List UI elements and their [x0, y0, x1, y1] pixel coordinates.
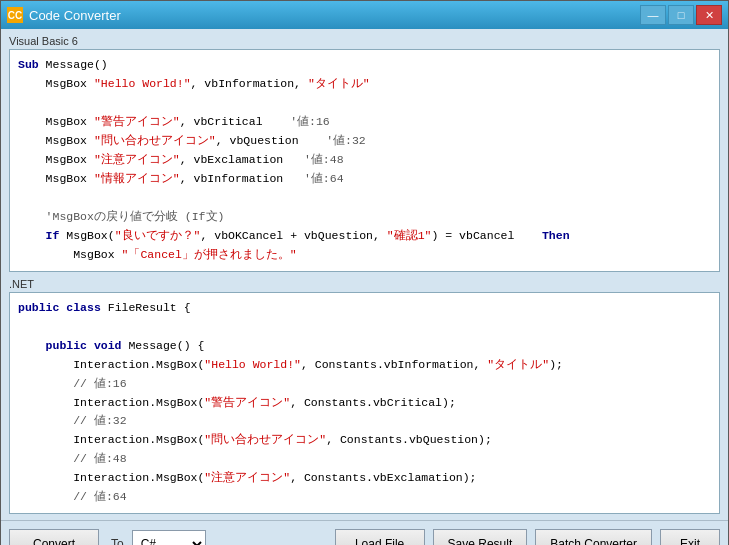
- dotnet-code: public class FileResult { public void Me…: [18, 299, 711, 508]
- window-title: Code Converter: [29, 8, 121, 23]
- close-button[interactable]: ✕: [696, 5, 722, 25]
- bottom-bar: Convert To C# VB.NET Load File Save Resu…: [1, 520, 728, 545]
- batch-converter-button[interactable]: Batch Converter: [535, 529, 652, 545]
- app-icon: CC: [7, 7, 23, 23]
- language-select[interactable]: C# VB.NET: [132, 530, 206, 545]
- vb6-code: Sub Message() MsgBox "Hello World!", vbI…: [18, 56, 711, 265]
- convert-button[interactable]: Convert: [9, 529, 99, 545]
- dotnet-code-content[interactable]: public class FileResult { public void Me…: [10, 293, 719, 514]
- title-bar: CC Code Converter — □ ✕: [1, 1, 728, 29]
- minimize-button[interactable]: —: [640, 5, 666, 25]
- dotnet-code-panel: public class FileResult { public void Me…: [9, 292, 720, 515]
- main-window: CC Code Converter — □ ✕ Visual Basic 6 S…: [0, 0, 729, 545]
- to-label: To: [111, 537, 124, 545]
- maximize-button[interactable]: □: [668, 5, 694, 25]
- dotnet-label: .NET: [9, 278, 720, 290]
- title-bar-left: CC Code Converter: [7, 7, 121, 23]
- exit-button[interactable]: Exit: [660, 529, 720, 545]
- vb6-label: Visual Basic 6: [9, 35, 720, 47]
- window-body: Visual Basic 6 Sub Message() MsgBox "Hel…: [1, 29, 728, 520]
- vb6-code-content[interactable]: Sub Message() MsgBox "Hello World!", vbI…: [10, 50, 719, 271]
- title-bar-controls: — □ ✕: [640, 5, 722, 25]
- save-result-button[interactable]: Save Result: [433, 529, 528, 545]
- load-file-button[interactable]: Load File: [335, 529, 425, 545]
- vb6-panel-section: Visual Basic 6 Sub Message() MsgBox "Hel…: [9, 35, 720, 272]
- vb6-code-panel: Sub Message() MsgBox "Hello World!", vbI…: [9, 49, 720, 272]
- dotnet-panel-section: .NET public class FileResult { public vo…: [9, 278, 720, 515]
